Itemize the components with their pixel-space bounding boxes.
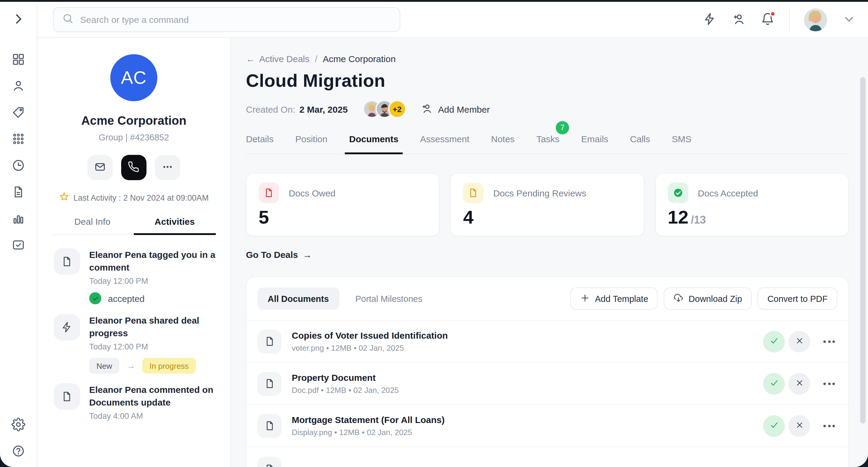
- approve-button[interactable]: [763, 373, 785, 394]
- activity-title: Eleanor Pena commented on Documents upda…: [89, 383, 219, 409]
- filter-portal-milestones[interactable]: Portal Milestones: [345, 287, 433, 310]
- tab-documents[interactable]: Documents: [349, 134, 398, 154]
- convert-to-pdf-button[interactable]: Convert to PDF: [758, 287, 837, 310]
- arrow-left-icon: ←: [246, 54, 255, 64]
- stat-card-docs-accepted: Docs Accepted 12/13: [655, 173, 849, 236]
- icon-rail: [0, 2, 37, 467]
- tab-calls[interactable]: Calls: [630, 134, 650, 154]
- tab-position[interactable]: Position: [296, 134, 328, 154]
- search-input[interactable]: [80, 14, 391, 25]
- activity-title: Eleanor Pena shared deal progress: [89, 314, 219, 339]
- breadcrumb: ←Active Deals / Acme Corporation: [246, 54, 849, 64]
- documents-card: All Documents Portal Milestones Add Temp…: [246, 277, 849, 467]
- bar-chart-icon: [11, 212, 25, 227]
- rail-header: [11, 2, 26, 38]
- table-row: Mortgage Statement (For All Loans) Displ…: [247, 405, 848, 447]
- quick-actions-button[interactable]: [702, 12, 717, 27]
- dashboard-icon: [11, 53, 25, 68]
- top-bar: [37, 2, 868, 38]
- sidebar-item-tags[interactable]: [11, 106, 26, 121]
- add-user-icon: [421, 102, 433, 116]
- file-icon: [257, 372, 281, 396]
- tab-activities[interactable]: Activities: [133, 216, 216, 235]
- extra-members-badge[interactable]: +2: [388, 100, 406, 118]
- list-item: Eleanor Pena tagged you in a comment Tod…: [54, 248, 219, 304]
- phone-icon: [128, 161, 140, 175]
- table-row: [247, 457, 848, 467]
- created-row: Created On: 2 Mar, 2025 +2 Add Member: [246, 100, 849, 118]
- created-on-label: Created On:: [246, 104, 295, 114]
- tab-emails[interactable]: Emails: [581, 134, 608, 154]
- chevron-down-icon: [842, 12, 856, 27]
- approve-button[interactable]: [763, 331, 785, 352]
- activity-time: Today 12:00 PM: [89, 342, 219, 351]
- arrow-right-icon: →: [303, 249, 312, 260]
- stat-label: Docs Owed: [289, 188, 336, 198]
- notifications-button[interactable]: [760, 12, 775, 27]
- check-square-icon: [11, 238, 25, 254]
- tab-sms[interactable]: SMS: [672, 134, 691, 154]
- tab-notes[interactable]: Notes: [491, 134, 515, 154]
- content-area: AC Acme Corporation Group | #4236852 Las…: [37, 38, 868, 467]
- file-icon: [257, 329, 281, 353]
- right-column: AC Acme Corporation Group | #4236852 Las…: [37, 2, 868, 467]
- document-icon: [11, 185, 25, 201]
- ellipsis-icon: [161, 161, 174, 175]
- more-icon[interactable]: [822, 379, 836, 388]
- settings-button[interactable]: [11, 418, 26, 433]
- more-icon[interactable]: [822, 337, 836, 346]
- scrollbar[interactable]: [860, 77, 866, 424]
- document-title: Mortgage Statement (For All Loans): [292, 414, 444, 425]
- created-on-value: 2 Mar, 2025: [299, 104, 347, 114]
- chevron-right-icon: [11, 12, 25, 28]
- help-button[interactable]: [11, 445, 26, 459]
- add-template-button[interactable]: Add Template: [570, 287, 658, 310]
- sidebar-item-apps[interactable]: [11, 132, 26, 147]
- mail-icon: [94, 161, 106, 175]
- go-to-deals-link[interactable]: Go To Deals →: [246, 249, 312, 260]
- global-search[interactable]: [53, 7, 400, 32]
- topbar-divider: [789, 8, 789, 31]
- reject-button[interactable]: [788, 415, 810, 437]
- last-activity: Last Activity : 2 Nov 2024 at 09:00AM: [37, 192, 230, 204]
- tasks-count-badge: 7: [556, 121, 569, 134]
- quick-actions: [37, 155, 230, 180]
- stat-value: 4: [463, 207, 632, 228]
- sidebar-item-tasks[interactable]: [11, 239, 26, 253]
- email-button[interactable]: [87, 155, 113, 180]
- activity-status: accepted: [89, 292, 219, 304]
- reject-button[interactable]: [788, 373, 810, 394]
- sidebar-item-reports[interactable]: [11, 212, 26, 226]
- sidebar-item-dashboard[interactable]: [11, 53, 26, 67]
- sidebar-item-history[interactable]: [11, 159, 26, 174]
- user-avatar[interactable]: [804, 8, 827, 31]
- approve-button[interactable]: [763, 415, 785, 437]
- add-member-button[interactable]: Add Member: [421, 102, 490, 116]
- status-badge: In progress: [142, 358, 196, 374]
- notification-dot: [770, 10, 776, 17]
- call-button[interactable]: [121, 155, 147, 180]
- account-menu-button[interactable]: [841, 12, 856, 27]
- list-item: Eleanor Pena commented on Documents upda…: [54, 383, 219, 421]
- document-title: Copies of Voter Issued Identification: [292, 330, 448, 340]
- tab-assessment[interactable]: Assessment: [420, 134, 469, 154]
- reject-button[interactable]: [788, 331, 810, 352]
- stat-card-docs-owed: Docs Owed 5: [246, 173, 440, 236]
- sidebar-item-documents[interactable]: [11, 186, 26, 200]
- tab-tasks[interactable]: Tasks7: [536, 134, 560, 154]
- more-actions-button[interactable]: [155, 155, 180, 180]
- breadcrumb-back-link[interactable]: ←Active Deals: [246, 54, 310, 64]
- tab-deal-info[interactable]: Deal Info: [51, 216, 133, 235]
- status-label: accepted: [108, 293, 145, 303]
- help-icon: [11, 444, 25, 460]
- more-icon[interactable]: [822, 421, 836, 431]
- filter-all-documents[interactable]: All Documents: [257, 287, 339, 310]
- tab-details[interactable]: Details: [246, 134, 274, 154]
- expand-sidebar-button[interactable]: [11, 13, 26, 27]
- sidebar-item-contacts[interactable]: [11, 80, 26, 94]
- check-icon: [770, 420, 778, 431]
- invite-user-button[interactable]: [731, 12, 746, 27]
- download-zip-button[interactable]: Download Zip: [664, 287, 752, 310]
- company-avatar: AC: [110, 54, 157, 101]
- document-meta: voter.png • 12MB • 02 Jan, 2025: [292, 343, 448, 352]
